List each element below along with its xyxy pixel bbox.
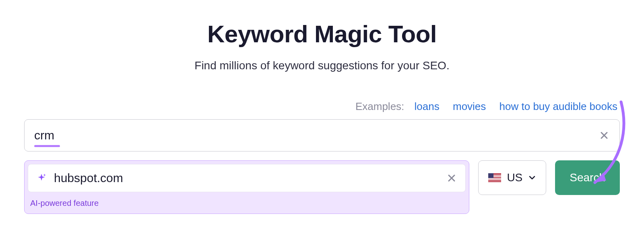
- example-link-movies[interactable]: movies: [453, 100, 486, 112]
- search-button[interactable]: Search: [555, 160, 620, 195]
- example-link-audible[interactable]: how to buy audible books: [500, 100, 617, 112]
- domain-input[interactable]: [54, 171, 439, 185]
- keyword-input-underline: [34, 145, 60, 147]
- sparkle-icon: [36, 173, 47, 183]
- clear-keyword-button[interactable]: [599, 130, 610, 141]
- domain-input-container: [28, 164, 466, 192]
- second-row: AI-powered feature US Search: [24, 160, 620, 214]
- page-subtitle: Find millions of keyword suggestions for…: [24, 59, 620, 72]
- close-icon: [447, 174, 456, 183]
- examples-row: Examples: loans movies how to buy audibl…: [24, 100, 620, 113]
- example-link-loans[interactable]: loans: [415, 100, 440, 112]
- domain-ai-block: AI-powered feature: [24, 160, 469, 214]
- keyword-magic-tool-panel: Keyword Magic Tool Find millions of keyw…: [0, 0, 644, 214]
- keyword-input-container: [24, 119, 620, 151]
- keyword-input[interactable]: [34, 129, 599, 142]
- us-flag-icon: [488, 173, 501, 182]
- country-select[interactable]: US: [478, 160, 546, 195]
- close-icon: [600, 131, 609, 140]
- country-code-label: US: [507, 171, 522, 184]
- ai-powered-label: AI-powered feature: [25, 195, 469, 214]
- examples-label: Examples:: [355, 100, 404, 112]
- page-title: Keyword Magic Tool: [24, 20, 620, 48]
- clear-domain-button[interactable]: [446, 172, 457, 184]
- chevron-down-icon: [528, 174, 536, 182]
